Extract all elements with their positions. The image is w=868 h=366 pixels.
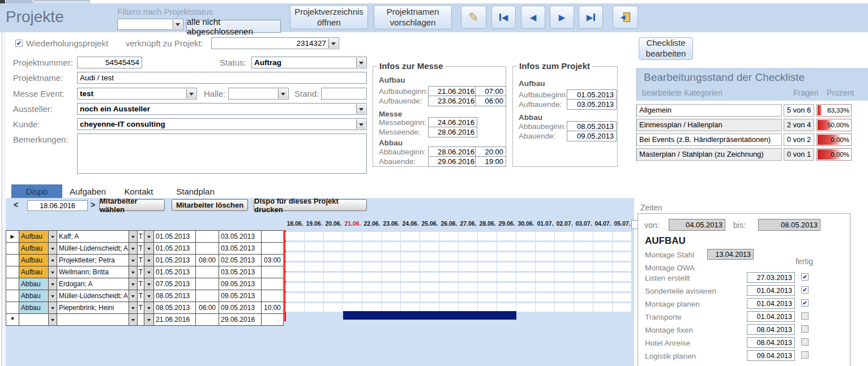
role-cell[interactable]: Abbau <box>19 278 49 290</box>
time-from-cell[interactable] <box>196 278 219 290</box>
date-to-cell[interactable]: 03.05.2013 <box>219 243 262 254</box>
date-from-cell[interactable]: 01.05.2013 <box>154 231 196 242</box>
row-selector[interactable] <box>6 290 19 302</box>
chevron-down-icon[interactable] <box>144 314 154 325</box>
time-to-cell[interactable]: 10:00 <box>262 302 283 313</box>
employee-cell[interactable]: Projektleiter; Petra <box>57 255 129 266</box>
date-to-cell[interactable]: 03.05.2013 <box>219 266 262 278</box>
row-selector[interactable] <box>6 278 19 290</box>
chevron-down-icon[interactable] <box>49 314 57 325</box>
time-from-cell[interactable] <box>196 314 219 325</box>
chevron-down-icon[interactable] <box>356 104 366 114</box>
tab-aufgaben[interactable]: Aufgaben <box>62 184 113 198</box>
messe-abauende-date[interactable]: 29.06.2016 <box>428 156 477 167</box>
employee-cell[interactable]: Piepenbrink; Heini <box>57 302 129 313</box>
chevron-down-icon[interactable] <box>129 231 138 242</box>
chevron-down-icon[interactable] <box>129 290 138 302</box>
row-selector[interactable] <box>6 255 19 266</box>
checklist-category-cell[interactable]: Masterplan / Stahlplan (zu Zeichnung) <box>636 148 782 161</box>
time-to-cell[interactable]: 03:00 <box>262 255 283 266</box>
type-cell[interactable]: T <box>138 231 144 242</box>
employee-cell[interactable] <box>57 314 129 325</box>
chevron-down-icon[interactable] <box>49 278 57 290</box>
last-record-button[interactable]: ▶ <box>579 6 603 29</box>
messe-aufbauende-time[interactable]: 06:00 <box>475 96 506 106</box>
previous-record-button[interactable]: ◀ <box>521 6 545 29</box>
date-next-button[interactable]: > <box>91 200 95 209</box>
row-selector[interactable] <box>6 302 19 313</box>
kunde-combobox[interactable]: cheyenne-IT consulting <box>77 118 367 130</box>
type-cell[interactable]: T <box>138 290 144 302</box>
task-date-field[interactable]: 01.04.2013 <box>747 285 795 296</box>
choose-employee-button[interactable]: Mitarbeiter wählen <box>99 199 165 211</box>
task-done-checkbox[interactable]: ✔ <box>801 299 809 307</box>
date-from-cell[interactable]: 08.05.2013 <box>154 302 196 313</box>
chevron-down-icon[interactable] <box>129 278 138 290</box>
role-cell[interactable]: Aufbau <box>19 255 49 266</box>
employee-cell[interactable]: Müller-Lüdenscheidt; A <box>57 290 129 302</box>
time-to-cell[interactable] <box>262 231 283 242</box>
stand-field[interactable] <box>321 88 367 100</box>
chevron-down-icon[interactable] <box>144 278 154 290</box>
role-cell[interactable]: Abbau <box>19 290 49 302</box>
type-cell[interactable] <box>138 314 144 325</box>
chevron-down-icon[interactable] <box>144 302 154 313</box>
chevron-down-icon[interactable] <box>129 266 138 278</box>
task-done-checkbox[interactable] <box>801 325 809 333</box>
messe-aufbauende-date[interactable]: 23.06.2016 <box>428 96 477 106</box>
suggest-project-name-button[interactable]: Projektnamen vorschlagen <box>374 5 452 29</box>
checklist-category-cell[interactable]: Bei Events (z.B. Händlerpräsentationen) <box>636 134 782 146</box>
next-record-button[interactable]: ▶ <box>550 6 574 29</box>
wiederholungsprojekt-checkbox[interactable]: ✔ <box>15 40 23 47</box>
date-to-cell[interactable]: 09.05.2013 <box>219 278 262 290</box>
date-from-cell[interactable]: 08.05.2013 <box>154 290 196 302</box>
date-from-cell[interactable]: 01.05.2013 <box>154 255 196 266</box>
task-done-checkbox[interactable] <box>801 338 809 346</box>
filter-all-open-button[interactable]: alle nicht abgeschlossenen <box>186 20 281 33</box>
task-done-checkbox[interactable] <box>801 312 809 320</box>
chevron-down-icon[interactable] <box>49 255 57 266</box>
time-to-cell[interactable] <box>262 278 283 290</box>
type-cell[interactable]: T <box>138 302 144 313</box>
date-to-cell[interactable]: 09.05.2013 <box>219 290 262 302</box>
filter-status-combobox[interactable] <box>117 19 183 30</box>
projekt-aufbauende-date[interactable]: 03.05.2013 <box>567 99 617 110</box>
chevron-down-icon[interactable] <box>49 266 57 278</box>
open-project-directory-button[interactable]: Projektverzeichnis öffnen <box>290 5 368 29</box>
edit-record-button[interactable]: ✎ <box>461 6 486 29</box>
role-cell[interactable]: Aufbau <box>19 266 49 278</box>
task-date-field[interactable]: 01.04.2013 <box>747 311 795 322</box>
role-cell[interactable]: Aufbau <box>19 231 49 242</box>
chevron-down-icon[interactable] <box>144 255 154 266</box>
dispo-date-field[interactable]: 18.06.2016 <box>27 200 88 211</box>
chevron-down-icon[interactable] <box>49 231 57 242</box>
checklist-category-cell[interactable]: Allgemein <box>636 104 782 117</box>
time-from-cell[interactable] <box>196 290 219 302</box>
chevron-down-icon[interactable] <box>356 58 366 67</box>
messeende-date[interactable]: 28.06.2016 <box>428 127 477 137</box>
task-date-field[interactable]: 27.03.2013 <box>747 272 795 283</box>
date-to-cell[interactable]: 09.05.2013 <box>219 302 262 313</box>
role-cell[interactable] <box>19 314 49 325</box>
date-to-cell[interactable]: 03.05.2013 <box>219 231 262 242</box>
time-to-cell[interactable] <box>262 243 283 254</box>
time-from-cell[interactable] <box>196 231 219 242</box>
tab-kontakt[interactable]: Kontakt <box>113 184 164 198</box>
date-to-cell[interactable]: 29.06.2016 <box>219 314 262 325</box>
chevron-down-icon[interactable] <box>186 89 196 98</box>
time-from-cell[interactable]: 08:00 <box>196 255 219 266</box>
chevron-down-icon[interactable] <box>328 38 338 48</box>
type-cell[interactable]: T <box>138 255 144 266</box>
chevron-down-icon[interactable] <box>129 314 138 325</box>
edit-checklist-button[interactable]: Checkliste bearbeiten <box>639 37 693 60</box>
close-form-button[interactable]: ◀ <box>613 6 638 29</box>
role-cell[interactable]: Abbau <box>19 302 49 313</box>
time-from-cell[interactable] <box>196 243 219 254</box>
time-from-cell[interactable] <box>196 266 219 278</box>
delete-employee-button[interactable]: Mitarbeiter löschen <box>172 199 248 211</box>
chevron-down-icon[interactable] <box>144 266 154 278</box>
date-from-cell[interactable]: 07.05.2013 <box>154 278 196 290</box>
employee-cell[interactable]: Müller-Lüdenscheidt; A <box>57 243 129 254</box>
messe-event-combobox[interactable]: test <box>77 88 197 100</box>
task-done-checkbox[interactable] <box>801 351 809 359</box>
